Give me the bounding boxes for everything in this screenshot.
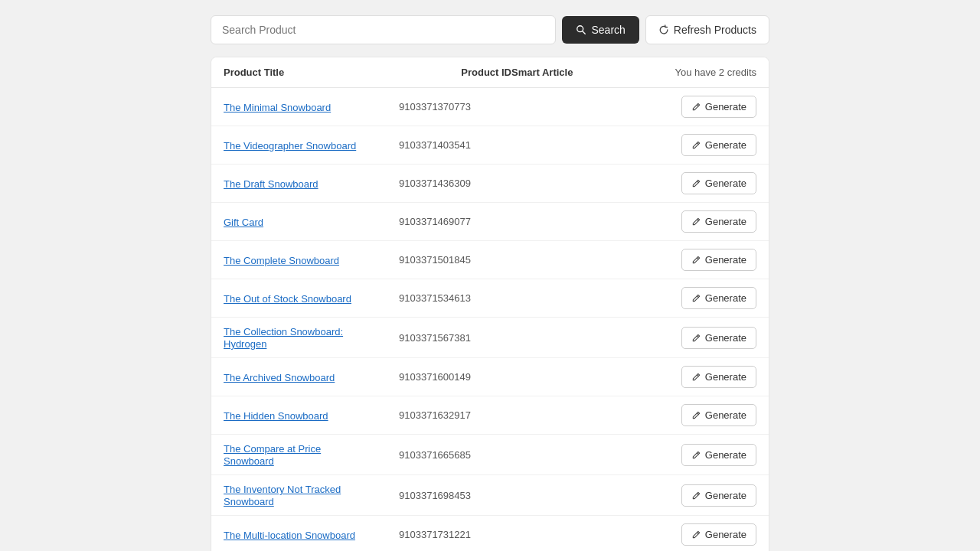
product-title-cell: The Collection Snowboard: Hydrogen (224, 325, 358, 350)
product-link[interactable]: The Complete Snowboard (224, 255, 339, 266)
product-title-cell: The Archived Snowboard (224, 371, 358, 383)
search-input[interactable] (211, 15, 556, 44)
products-table: Product Title Product ID Smart Article Y… (211, 57, 769, 551)
generate-button[interactable]: Generate (681, 327, 756, 349)
product-link[interactable]: The Out of Stock Snowboard (224, 293, 351, 305)
product-link[interactable]: Gift Card (224, 217, 263, 228)
edit-icon (691, 178, 701, 188)
table-row: The Out of Stock Snowboard 9103371534613… (211, 279, 769, 318)
edit-icon (691, 102, 701, 112)
product-id-cell: 9103371665685 (358, 449, 511, 461)
product-link[interactable]: The Inventory Not Tracked Snowboard (224, 484, 341, 507)
generate-label: Generate (705, 371, 746, 383)
table-row: The Collection Snowboard: Hydrogen 91033… (211, 318, 769, 358)
generate-btn-cell: Generate (665, 523, 756, 546)
edit-icon (691, 255, 701, 265)
generate-button[interactable]: Generate (681, 287, 756, 309)
edit-icon (691, 530, 701, 540)
generate-btn-cell: Generate (665, 172, 756, 194)
table-row: Gift Card 9103371469077 Generate (211, 203, 769, 241)
table-row: The Hidden Snowboard 9103371632917 Gener… (211, 396, 769, 435)
col-smart-article: Smart Article (511, 67, 665, 78)
toolbar: Search Refresh Products (211, 15, 769, 44)
product-title-cell: The Out of Stock Snowboard (224, 292, 358, 305)
generate-button[interactable]: Generate (681, 210, 756, 233)
product-link[interactable]: The Archived Snowboard (224, 372, 335, 383)
product-title-cell: Gift Card (224, 216, 358, 228)
table-row: The Inventory Not Tracked Snowboard 9103… (211, 475, 769, 516)
generate-button[interactable]: Generate (681, 366, 756, 388)
generate-button[interactable]: Generate (681, 523, 756, 546)
generate-btn-cell: Generate (665, 484, 756, 507)
product-title-cell: The Minimal Snowboard (224, 101, 358, 113)
product-id-cell: 9103371567381 (358, 332, 511, 344)
product-title-cell: The Draft Snowboard (224, 178, 358, 190)
generate-label: Generate (705, 216, 746, 227)
product-link[interactable]: The Draft Snowboard (224, 178, 318, 190)
col-product-id: Product ID (358, 67, 511, 78)
search-button[interactable]: Search (562, 16, 639, 44)
generate-label: Generate (705, 292, 746, 304)
product-title-cell: The Inventory Not Tracked Snowboard (224, 483, 358, 507)
search-label: Search (591, 24, 625, 36)
table-row: The Minimal Snowboard 9103371370773 Gene… (211, 88, 769, 126)
generate-button[interactable]: Generate (681, 249, 756, 271)
search-icon (576, 24, 586, 35)
generate-label: Generate (705, 139, 746, 151)
product-id-cell: 9103371436309 (358, 178, 511, 189)
product-link[interactable]: The Minimal Snowboard (224, 102, 331, 113)
generate-button[interactable]: Generate (681, 444, 756, 466)
table-row: The Compare at Price Snowboard 910337166… (211, 435, 769, 475)
product-title-cell: The Compare at Price Snowboard (224, 442, 358, 467)
generate-btn-cell: Generate (665, 134, 756, 156)
edit-icon (691, 333, 701, 343)
table-body: The Minimal Snowboard 9103371370773 Gene… (211, 88, 769, 551)
generate-label: Generate (705, 178, 746, 189)
generate-btn-cell: Generate (665, 366, 756, 388)
product-id-cell: 9103371600149 (358, 371, 511, 383)
edit-icon (691, 450, 701, 460)
refresh-label: Refresh Products (674, 24, 756, 36)
svg-line-1 (583, 31, 586, 34)
generate-btn-cell: Generate (665, 249, 756, 271)
product-title-cell: The Complete Snowboard (224, 254, 358, 266)
generate-button[interactable]: Generate (681, 134, 756, 156)
generate-button[interactable]: Generate (681, 404, 756, 426)
col-credits: You have 2 credits (665, 67, 756, 78)
product-link[interactable]: The Multi-location Snowboard (224, 530, 355, 541)
edit-icon (691, 491, 701, 500)
product-link[interactable]: The Compare at Price Snowboard (224, 443, 321, 467)
product-id-cell: 9103371370773 (358, 101, 511, 112)
product-link[interactable]: The Collection Snowboard: Hydrogen (224, 326, 343, 350)
table-row: The Videographer Snowboard 9103371403541… (211, 126, 769, 165)
table-row: The Multi-location Snowboard 91033717312… (211, 516, 769, 551)
generate-button[interactable]: Generate (681, 96, 756, 118)
edit-icon (691, 217, 701, 227)
product-id-cell: 9103371534613 (358, 292, 511, 304)
product-title-cell: The Videographer Snowboard (224, 139, 358, 152)
edit-icon (691, 372, 701, 382)
table-row: The Archived Snowboard 9103371600149 Gen… (211, 358, 769, 396)
edit-icon (691, 140, 701, 150)
product-id-cell: 9103371731221 (358, 529, 511, 540)
product-id-cell: 9103371501845 (358, 254, 511, 266)
product-id-cell: 9103371632917 (358, 409, 511, 421)
generate-label: Generate (705, 254, 746, 266)
generate-label: Generate (705, 449, 746, 461)
table-row: The Draft Snowboard 9103371436309 Genera… (211, 165, 769, 203)
product-id-cell: 9103371403541 (358, 139, 511, 151)
product-title-cell: The Hidden Snowboard (224, 409, 358, 422)
edit-icon (691, 410, 701, 420)
table-row: The Complete Snowboard 9103371501845 Gen… (211, 241, 769, 279)
col-product-title: Product Title (224, 67, 358, 78)
generate-button[interactable]: Generate (681, 172, 756, 194)
refresh-button[interactable]: Refresh Products (645, 15, 769, 44)
refresh-icon (658, 24, 669, 35)
generate-btn-cell: Generate (665, 327, 756, 349)
generate-btn-cell: Generate (665, 287, 756, 309)
generate-label: Generate (705, 101, 746, 112)
product-link[interactable]: The Hidden Snowboard (224, 410, 328, 422)
generate-btn-cell: Generate (665, 96, 756, 118)
generate-button[interactable]: Generate (681, 484, 756, 507)
product-link[interactable]: The Videographer Snowboard (224, 140, 356, 152)
